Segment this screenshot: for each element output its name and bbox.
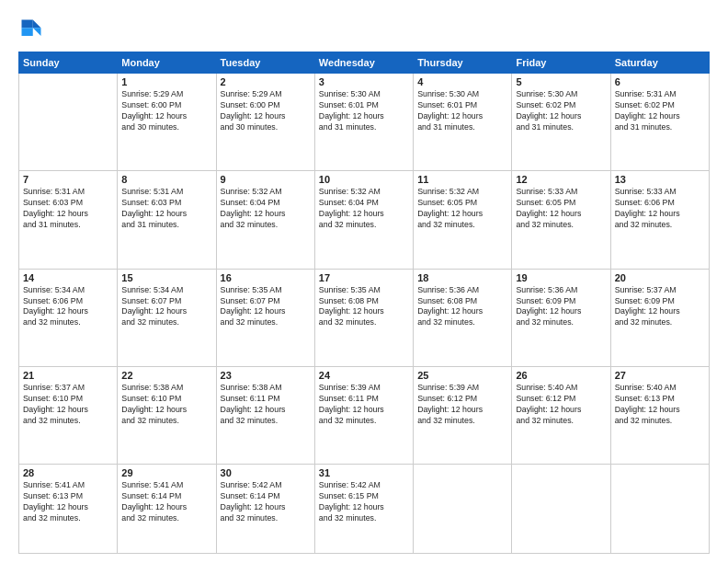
weekday-header-tuesday: Tuesday (216, 52, 314, 74)
day-number: 7 (23, 174, 113, 185)
calendar-cell: 27Sunrise: 5:40 AM Sunset: 6:13 PM Dayli… (610, 366, 709, 464)
calendar-cell (610, 465, 709, 554)
calendar-cell: 11Sunrise: 5:32 AM Sunset: 6:05 PM Dayli… (414, 171, 512, 269)
calendar-cell: 9Sunrise: 5:32 AM Sunset: 6:04 PM Daylig… (216, 171, 314, 269)
calendar-cell (414, 465, 512, 554)
week-row-5: 28Sunrise: 5:41 AM Sunset: 6:13 PM Dayli… (19, 465, 710, 554)
calendar-cell: 3Sunrise: 5:30 AM Sunset: 6:01 PM Daylig… (314, 74, 413, 171)
day-number: 31 (319, 467, 409, 478)
calendar-cell: 31Sunrise: 5:42 AM Sunset: 6:15 PM Dayli… (314, 465, 413, 554)
day-info: Sunrise: 5:34 AM Sunset: 6:06 PM Dayligh… (23, 285, 113, 329)
day-number: 10 (319, 174, 409, 185)
day-number: 6 (615, 76, 705, 87)
calendar-cell: 1Sunrise: 5:29 AM Sunset: 6:00 PM Daylig… (118, 74, 216, 171)
day-info: Sunrise: 5:29 AM Sunset: 6:00 PM Dayligh… (221, 89, 311, 133)
day-number: 23 (221, 370, 311, 381)
svg-marker-1 (33, 28, 41, 36)
day-number: 21 (23, 370, 113, 381)
calendar-cell (512, 465, 610, 554)
day-number: 18 (417, 272, 507, 283)
calendar-cell: 24Sunrise: 5:39 AM Sunset: 6:11 PM Dayli… (314, 366, 413, 464)
day-number: 2 (221, 76, 311, 87)
day-info: Sunrise: 5:32 AM Sunset: 6:04 PM Dayligh… (319, 187, 409, 231)
calendar-cell: 4Sunrise: 5:30 AM Sunset: 6:01 PM Daylig… (414, 74, 512, 171)
calendar-cell: 25Sunrise: 5:39 AM Sunset: 6:12 PM Dayli… (414, 366, 512, 464)
weekday-header-row: SundayMondayTuesdayWednesdayThursdayFrid… (19, 52, 710, 74)
page: SundayMondayTuesdayWednesdayThursdayFrid… (0, 0, 728, 563)
calendar-cell: 30Sunrise: 5:42 AM Sunset: 6:14 PM Dayli… (216, 465, 314, 554)
day-info: Sunrise: 5:42 AM Sunset: 6:14 PM Dayligh… (221, 480, 311, 524)
calendar-cell: 23Sunrise: 5:38 AM Sunset: 6:11 PM Dayli… (216, 366, 314, 464)
day-info: Sunrise: 5:40 AM Sunset: 6:12 PM Dayligh… (516, 383, 606, 427)
calendar-cell: 28Sunrise: 5:41 AM Sunset: 6:13 PM Dayli… (19, 465, 118, 554)
calendar-cell: 8Sunrise: 5:31 AM Sunset: 6:03 PM Daylig… (118, 171, 216, 269)
weekday-header-monday: Monday (118, 52, 216, 74)
day-number: 24 (319, 370, 409, 381)
day-number: 25 (417, 370, 507, 381)
weekday-header-sunday: Sunday (19, 52, 118, 74)
day-info: Sunrise: 5:42 AM Sunset: 6:15 PM Dayligh… (319, 480, 409, 524)
day-info: Sunrise: 5:31 AM Sunset: 6:03 PM Dayligh… (23, 187, 113, 231)
calendar-cell: 26Sunrise: 5:40 AM Sunset: 6:12 PM Dayli… (512, 366, 610, 464)
calendar-cell: 6Sunrise: 5:31 AM Sunset: 6:02 PM Daylig… (610, 74, 709, 171)
day-number: 4 (417, 76, 507, 87)
calendar-cell: 16Sunrise: 5:35 AM Sunset: 6:07 PM Dayli… (216, 269, 314, 366)
week-row-1: 1Sunrise: 5:29 AM Sunset: 6:00 PM Daylig… (19, 74, 710, 171)
calendar-cell: 22Sunrise: 5:38 AM Sunset: 6:10 PM Dayli… (118, 366, 216, 464)
day-number: 30 (221, 467, 311, 478)
day-info: Sunrise: 5:38 AM Sunset: 6:10 PM Dayligh… (121, 383, 211, 427)
calendar-cell: 7Sunrise: 5:31 AM Sunset: 6:03 PM Daylig… (19, 171, 118, 269)
day-info: Sunrise: 5:29 AM Sunset: 6:00 PM Dayligh… (121, 89, 211, 133)
day-info: Sunrise: 5:33 AM Sunset: 6:05 PM Dayligh… (516, 187, 606, 231)
day-number: 12 (516, 174, 606, 185)
day-number: 17 (319, 272, 409, 283)
day-info: Sunrise: 5:37 AM Sunset: 6:09 PM Dayligh… (615, 285, 705, 329)
weekday-header-wednesday: Wednesday (314, 52, 413, 74)
day-info: Sunrise: 5:32 AM Sunset: 6:05 PM Dayligh… (417, 187, 507, 231)
day-info: Sunrise: 5:38 AM Sunset: 6:11 PM Dayligh… (221, 383, 311, 427)
calendar-table: SundayMondayTuesdayWednesdayThursdayFrid… (18, 52, 710, 554)
day-info: Sunrise: 5:33 AM Sunset: 6:06 PM Dayligh… (615, 187, 705, 231)
day-info: Sunrise: 5:36 AM Sunset: 6:09 PM Dayligh… (516, 285, 606, 329)
day-info: Sunrise: 5:37 AM Sunset: 6:10 PM Dayligh… (23, 383, 113, 427)
day-number: 16 (221, 272, 311, 283)
day-info: Sunrise: 5:36 AM Sunset: 6:08 PM Dayligh… (417, 285, 507, 329)
day-info: Sunrise: 5:40 AM Sunset: 6:13 PM Dayligh… (615, 383, 705, 427)
day-info: Sunrise: 5:39 AM Sunset: 6:11 PM Dayligh… (319, 383, 409, 427)
calendar-cell: 2Sunrise: 5:29 AM Sunset: 6:00 PM Daylig… (216, 74, 314, 171)
calendar-cell: 21Sunrise: 5:37 AM Sunset: 6:10 PM Dayli… (19, 366, 118, 464)
day-number: 19 (516, 272, 606, 283)
day-number: 9 (221, 174, 311, 185)
day-info: Sunrise: 5:41 AM Sunset: 6:14 PM Dayligh… (121, 480, 211, 524)
day-number: 3 (319, 76, 409, 87)
calendar-cell: 13Sunrise: 5:33 AM Sunset: 6:06 PM Dayli… (610, 171, 709, 269)
weekday-header-friday: Friday (512, 52, 610, 74)
day-number: 20 (615, 272, 705, 283)
day-info: Sunrise: 5:31 AM Sunset: 6:02 PM Dayligh… (615, 89, 705, 133)
day-number: 14 (23, 272, 113, 283)
day-number: 1 (121, 76, 211, 87)
svg-rect-2 (22, 20, 33, 29)
calendar-cell (19, 74, 118, 171)
calendar-cell: 12Sunrise: 5:33 AM Sunset: 6:05 PM Dayli… (512, 171, 610, 269)
day-info: Sunrise: 5:32 AM Sunset: 6:04 PM Dayligh… (221, 187, 311, 231)
calendar-cell: 10Sunrise: 5:32 AM Sunset: 6:04 PM Dayli… (314, 171, 413, 269)
calendar-cell: 29Sunrise: 5:41 AM Sunset: 6:14 PM Dayli… (118, 465, 216, 554)
day-number: 8 (121, 174, 211, 185)
day-number: 28 (23, 467, 113, 478)
calendar-cell: 17Sunrise: 5:35 AM Sunset: 6:08 PM Dayli… (314, 269, 413, 366)
week-row-2: 7Sunrise: 5:31 AM Sunset: 6:03 PM Daylig… (19, 171, 710, 269)
week-row-4: 21Sunrise: 5:37 AM Sunset: 6:10 PM Dayli… (19, 366, 710, 464)
day-number: 5 (516, 76, 606, 87)
calendar-cell: 18Sunrise: 5:36 AM Sunset: 6:08 PM Dayli… (414, 269, 512, 366)
weekday-header-thursday: Thursday (414, 52, 512, 74)
day-info: Sunrise: 5:30 AM Sunset: 6:01 PM Dayligh… (319, 89, 409, 133)
week-row-3: 14Sunrise: 5:34 AM Sunset: 6:06 PM Dayli… (19, 269, 710, 366)
day-info: Sunrise: 5:35 AM Sunset: 6:07 PM Dayligh… (221, 285, 311, 329)
day-info: Sunrise: 5:34 AM Sunset: 6:07 PM Dayligh… (121, 285, 211, 329)
svg-rect-3 (22, 28, 33, 36)
weekday-header-saturday: Saturday (610, 52, 709, 74)
day-info: Sunrise: 5:31 AM Sunset: 6:03 PM Dayligh… (121, 187, 211, 231)
day-number: 22 (121, 370, 211, 381)
day-info: Sunrise: 5:30 AM Sunset: 6:02 PM Dayligh… (516, 89, 606, 133)
